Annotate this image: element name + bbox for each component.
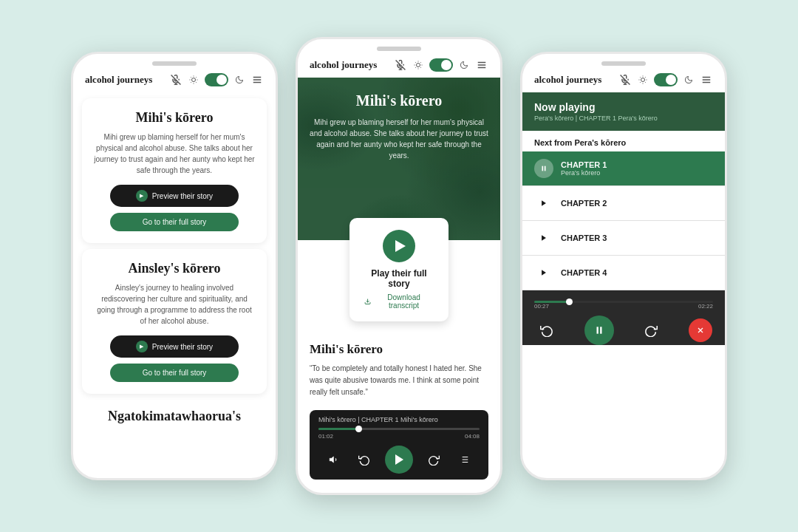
- svg-line-26: [420, 62, 421, 63]
- svg-marker-56: [542, 235, 546, 241]
- p3-time-current: 00:27: [534, 303, 549, 310]
- moon-icon-3[interactable]: [682, 73, 695, 86]
- sun-icon-2[interactable]: [412, 58, 425, 72]
- svg-line-10: [191, 82, 191, 83]
- menu-icon-1[interactable]: [250, 73, 264, 86]
- now-playing-label: Now playing: [534, 101, 713, 113]
- chapter-item-2[interactable]: CHAPTER 2: [522, 186, 725, 221]
- forward-btn[interactable]: [423, 449, 444, 470]
- svg-line-6: [191, 77, 191, 78]
- svg-rect-59: [600, 327, 601, 333]
- svg-line-7: [196, 82, 197, 83]
- menu-icon-3[interactable]: [700, 73, 713, 86]
- chapter-item-1[interactable]: CHAPTER 1 Pera's kōrero: [522, 151, 725, 186]
- audio-controls-2: [318, 446, 480, 474]
- play-card-title: Play their full story: [364, 268, 434, 289]
- chapter-1-sub: Pera's kōrero: [561, 169, 607, 177]
- svg-line-49: [645, 77, 646, 78]
- play-full-story-btn[interactable]: [383, 230, 415, 262]
- sun-icon[interactable]: [187, 73, 200, 86]
- audio-track-label: Mihi's kōrero | CHAPTER 1 Mihi's kōrero: [318, 416, 480, 423]
- svg-point-41: [641, 78, 645, 82]
- full-story-btn-ainsley[interactable]: Go to their full story: [110, 364, 239, 382]
- phone-1-header: alcohol journeys: [73, 69, 276, 92]
- theme-toggle-2[interactable]: [429, 58, 453, 72]
- svg-marker-31: [330, 457, 333, 463]
- phone-2-header: alcohol journeys: [298, 54, 500, 78]
- brand-logo-1: alcohol journeys: [85, 74, 152, 86]
- audio-time-current: 01:02: [318, 433, 333, 440]
- menu-icon-2[interactable]: [475, 58, 488, 72]
- header-icons-2: [394, 58, 488, 72]
- moon-icon-2[interactable]: [457, 58, 471, 72]
- audio-play-main-btn[interactable]: [385, 446, 413, 474]
- svg-line-22: [420, 67, 421, 68]
- phone-3: alcohol journeys: [520, 52, 727, 480]
- p2-quote-text: “To be completely and totally honest I h…: [310, 363, 488, 398]
- brand-logo-2: alcohol journeys: [310, 59, 377, 71]
- chapter-2-play-icon: [534, 194, 553, 213]
- preview-play-icon-ainsley: ▶: [136, 341, 148, 352]
- svg-line-21: [415, 62, 416, 63]
- chapter-2-info: CHAPTER 2: [561, 199, 607, 208]
- svg-line-44: [640, 77, 641, 78]
- audio-player-2: Mihi's kōrero | CHAPTER 1 Mihi's kōrero …: [310, 410, 488, 480]
- brand-logo-3: alcohol journeys: [534, 74, 601, 86]
- chapter-3-info: CHAPTER 3: [561, 233, 607, 242]
- chapter-1-pause-icon: [534, 159, 553, 178]
- p3-progress-fill: [534, 301, 570, 303]
- p3-rewind-btn[interactable]: [535, 318, 559, 342]
- phone-1-content: Mihi's kōrero Mihi grew up blaming herse…: [73, 92, 276, 465]
- chapter-2-title: CHAPTER 2: [561, 199, 607, 208]
- rewind-btn[interactable]: [354, 449, 375, 470]
- download-transcript-link[interactable]: Download transcript: [364, 293, 434, 310]
- story-card-mihi: Mihi's kōrero Mihi grew up blaming herse…: [82, 98, 267, 243]
- svg-rect-53: [542, 166, 544, 171]
- chapter-item-4[interactable]: CHAPTER 4: [522, 256, 725, 290]
- mute-icon[interactable]: [169, 73, 183, 86]
- header-icons-3: [618, 73, 713, 86]
- preview-btn-ainsley[interactable]: ▶ Preview their story: [110, 335, 239, 358]
- svg-rect-54: [545, 166, 546, 171]
- mute-icon-3[interactable]: [618, 73, 632, 86]
- svg-rect-58: [596, 327, 598, 333]
- now-playing-track: Pera's kōrero | CHAPTER 1 Pera's kōrero: [534, 115, 713, 122]
- svg-marker-57: [542, 270, 546, 276]
- moon-icon[interactable]: [233, 73, 246, 86]
- story-title-mihi: Mihi's kōrero: [94, 110, 255, 126]
- preview-play-icon-mihi: ▶: [136, 190, 148, 202]
- p3-progress-bar[interactable]: [534, 301, 713, 303]
- preview-btn-mihi[interactable]: ▶ Preview their story: [110, 185, 239, 207]
- now-playing-banner: Now playing Pera's kōrero | CHAPTER 1 Pe…: [522, 92, 725, 131]
- hero-description: Mihi grew up blaming herself for her mum…: [310, 117, 488, 161]
- volume-btn[interactable]: [324, 449, 344, 470]
- story-card-ainsley: Ainsley's kōrero Ainsley's journey to he…: [82, 249, 267, 394]
- phone-2: alcohol journeys: [296, 37, 502, 495]
- play-icon-2: [395, 454, 403, 465]
- mute-icon-2[interactable]: [394, 58, 407, 72]
- phone-3-header: alcohol journeys: [522, 69, 725, 92]
- sun-icon-3[interactable]: [636, 73, 649, 86]
- chapter-item-3[interactable]: CHAPTER 3: [522, 221, 725, 256]
- svg-point-18: [417, 64, 420, 67]
- playlist-btn[interactable]: [454, 449, 474, 470]
- svg-marker-55: [542, 200, 546, 206]
- p3-pause-btn[interactable]: [584, 316, 614, 345]
- p3-close-btn[interactable]: [689, 318, 712, 342]
- story-title-ainsley: Ainsley's kōrero: [94, 261, 255, 276]
- p2-section-title: Mihi's kōrero: [310, 342, 488, 357]
- chapter-4-title: CHAPTER 4: [561, 268, 607, 277]
- chapter-4-play-icon: [534, 263, 553, 282]
- audio-progress-bar[interactable]: [318, 428, 480, 430]
- chapter-4-info: CHAPTER 4: [561, 268, 607, 277]
- chapter-1-title: CHAPTER 1: [561, 160, 607, 169]
- chapter-3-title: CHAPTER 3: [561, 233, 607, 242]
- full-story-btn-mihi[interactable]: Go to their full story: [110, 213, 239, 231]
- p3-forward-btn[interactable]: [639, 318, 663, 342]
- chapter-3-play-icon: [534, 228, 553, 248]
- theme-toggle-3[interactable]: [654, 73, 678, 86]
- hero-title: Mihi's kōrero: [356, 92, 442, 109]
- theme-toggle-1[interactable]: [205, 73, 228, 86]
- play-triangle-icon: [395, 240, 406, 252]
- partial-story-title: Ngatokimatawhaorua's: [73, 400, 276, 424]
